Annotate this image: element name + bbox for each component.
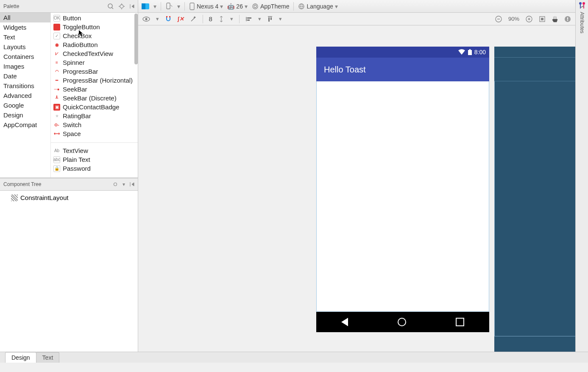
- svg-rect-9: [142, 3, 145, 9]
- valign-icon[interactable]: [267, 16, 273, 22]
- device-picker[interactable]: Nexus 4 ▾: [189, 3, 223, 10]
- palette-component-item[interactable]: ┸SeekBar (Discrete): [51, 94, 138, 103]
- palette-header: Palette: [0, 0, 138, 13]
- tab-text[interactable]: Text: [36, 352, 60, 363]
- palette-category-item[interactable]: Google: [0, 100, 50, 110]
- zoom-out-icon[interactable]: [495, 15, 502, 23]
- design-toolbar: ▾ ∫✕ 8 ▾ ▾ ▾ 90%: [138, 13, 575, 25]
- tab-design[interactable]: Design: [5, 352, 36, 363]
- scrollbar[interactable]: [134, 14, 138, 64]
- component-label: Plain Text: [63, 156, 90, 163]
- palette-component-item[interactable]: ToggleButton: [51, 22, 138, 31]
- device-preview[interactable]: 8:00 Hello Toast: [316, 47, 489, 332]
- vspace-icon[interactable]: [218, 16, 224, 22]
- design-canvas[interactable]: 8:00 Hello Toast ⤡: [138, 25, 575, 352]
- palette-component-item[interactable]: abcPlain Text: [51, 155, 138, 164]
- fit-icon[interactable]: [539, 16, 546, 22]
- palette-category-item[interactable]: Date: [0, 71, 50, 81]
- palette-component-item[interactable]: 🔒Password: [51, 164, 138, 173]
- nav-home-icon[interactable]: [398, 318, 406, 326]
- palette-component-item[interactable]: ─●SeekBar: [51, 85, 138, 94]
- wand-icon[interactable]: [190, 16, 197, 22]
- palette-component-item[interactable]: ◠ProgressBar: [51, 67, 138, 76]
- palette-component-item[interactable]: ◉RadioButton: [51, 40, 138, 49]
- language-picker[interactable]: Language ▾: [298, 3, 337, 10]
- gear-icon[interactable]: [118, 3, 125, 10]
- component-label: Switch: [63, 121, 81, 128]
- palette-category-item[interactable]: Widgets: [0, 22, 50, 32]
- wifi-icon: [458, 49, 465, 55]
- palette-component-item[interactable]: ★RatingBar: [51, 111, 138, 120]
- margin-value[interactable]: 8: [209, 15, 212, 22]
- svg-rect-26: [270, 17, 272, 20]
- svg-point-2: [120, 5, 123, 8]
- palette-component-item[interactable]: ⩗CheckedTextView: [51, 49, 138, 58]
- chevron-down-icon[interactable]: ▾: [153, 3, 156, 10]
- palette-category-item[interactable]: All: [0, 13, 50, 22]
- palette-component-item[interactable]: ≡Spinner: [51, 58, 138, 67]
- svg-rect-38: [469, 49, 471, 50]
- chevron-down-icon[interactable]: ▾: [156, 16, 159, 22]
- search-icon[interactable]: [107, 3, 114, 10]
- nav-back-icon[interactable]: [341, 318, 348, 326]
- config-toolbar: ▾ ▾ Nexus 4 ▾ 🤖 26 ▾ AppTheme: [138, 0, 575, 13]
- collapse-icon[interactable]: [129, 3, 135, 9]
- palette-category-item[interactable]: Transitions: [0, 81, 50, 91]
- halign-icon[interactable]: [245, 16, 252, 22]
- zoom-value: 90%: [508, 16, 519, 22]
- nav-recent-icon[interactable]: [456, 318, 464, 326]
- component-label: Space: [63, 130, 81, 137]
- battery-icon: [468, 49, 472, 55]
- zoom-in-icon[interactable]: [525, 15, 533, 23]
- svg-rect-10: [167, 3, 170, 9]
- attributes-panel-tab[interactable]: Attributes: [575, 0, 588, 352]
- palette-category-item[interactable]: Design: [0, 110, 50, 120]
- component-label: Button: [63, 14, 81, 22]
- palette-component-item[interactable]: ⟷Space: [51, 129, 138, 138]
- tree-root-label[interactable]: ConstraintLayout: [20, 194, 68, 201]
- orientation-icon[interactable]: [165, 3, 173, 10]
- chevron-down-icon[interactable]: ▾: [123, 181, 125, 187]
- palette-title: Palette: [3, 3, 19, 9]
- palette-category-item[interactable]: Layouts: [0, 42, 50, 52]
- pan-icon[interactable]: [552, 16, 558, 22]
- constraintlayout-icon: [11, 194, 18, 201]
- component-label: ProgressBar: [63, 68, 98, 75]
- design-surface-icon[interactable]: [142, 3, 149, 10]
- collapse-icon[interactable]: [129, 181, 135, 187]
- component-label: QuickContactBadge: [63, 103, 119, 111]
- svg-rect-18: [169, 16, 170, 17]
- blueprint-preview[interactable]: [494, 47, 575, 352]
- component-tree-header: Component Tree ▾: [0, 178, 138, 191]
- api-picker[interactable]: 🤖 26 ▾: [227, 3, 248, 10]
- attributes-label: Attributes: [579, 12, 585, 33]
- fx-icon[interactable]: ∫✕: [178, 16, 184, 22]
- svg-rect-11: [190, 3, 194, 10]
- palette-component-item[interactable]: ✓CheckBox: [51, 31, 138, 40]
- palette-component-item[interactable]: ━ProgressBar (Horizontal): [51, 76, 138, 85]
- palette-component-item[interactable]: ⊙-Switch: [51, 120, 138, 129]
- eye-icon[interactable]: [142, 16, 150, 22]
- component-label: CheckedTextView: [63, 50, 113, 57]
- theme-picker[interactable]: AppTheme: [252, 3, 289, 10]
- component-label: RatingBar: [63, 112, 91, 119]
- palette-category-item[interactable]: Advanced: [0, 91, 50, 100]
- warning-icon[interactable]: [564, 16, 571, 22]
- svg-rect-37: [468, 50, 472, 55]
- app-title: Hello Toast: [324, 65, 366, 75]
- palette-category-item[interactable]: Containers: [0, 52, 50, 61]
- component-tree-title: Component Tree: [3, 181, 41, 187]
- palette-component-item[interactable]: ▣QuickContactBadge: [51, 103, 138, 111]
- component-tree[interactable]: ConstraintLayout: [0, 191, 138, 352]
- palette-component-item[interactable]: AbTextView: [51, 142, 138, 155]
- svg-point-7: [114, 183, 117, 186]
- gear-icon[interactable]: [112, 181, 118, 187]
- palette-category-item[interactable]: AppCompat: [0, 120, 50, 130]
- palette-component-item[interactable]: OKButton: [51, 14, 138, 22]
- magnet-icon[interactable]: [165, 16, 172, 22]
- palette-category-item[interactable]: Text: [0, 32, 50, 42]
- palette-category-item[interactable]: Images: [0, 61, 50, 71]
- chevron-down-icon[interactable]: ▾: [177, 3, 180, 10]
- layout-body[interactable]: [316, 81, 489, 312]
- component-label: ToggleButton: [63, 23, 100, 31]
